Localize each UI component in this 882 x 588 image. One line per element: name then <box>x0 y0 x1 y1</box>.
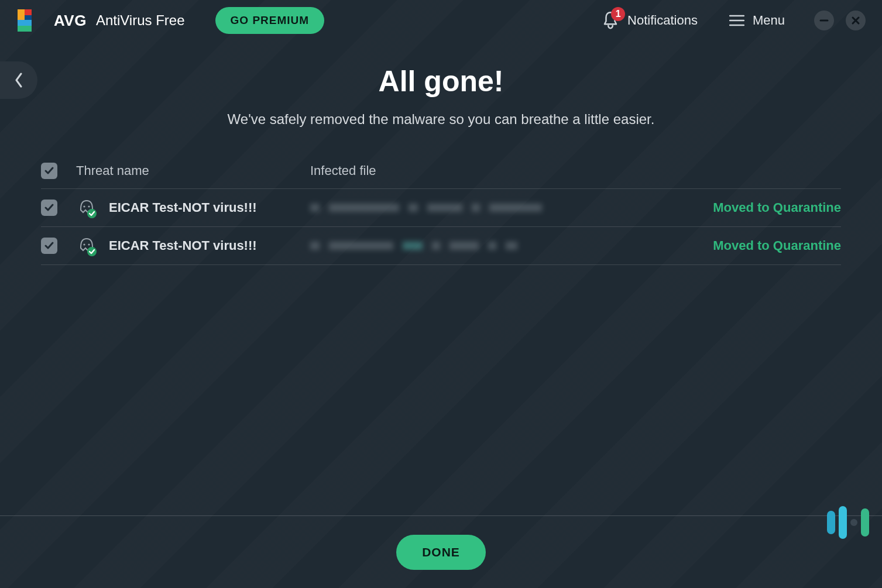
infected-file-redacted <box>310 242 689 250</box>
product-name: AntiVirus Free <box>96 12 185 29</box>
brand-block: AVG AntiVirus Free <box>18 9 185 32</box>
threats-table: Threat name Infected file <box>41 159 841 265</box>
svg-rect-4 <box>18 26 32 32</box>
row-checkbox[interactable] <box>41 238 57 254</box>
svg-rect-0 <box>18 9 25 20</box>
notifications-button[interactable]: 1 Notifications <box>602 11 698 30</box>
minimize-icon <box>819 16 829 25</box>
app-header: AVG AntiVirus Free GO PREMIUM 1 Notifica… <box>0 0 882 41</box>
infected-file-redacted <box>310 204 689 212</box>
svg-rect-3 <box>18 20 32 26</box>
threat-name: EICAR Test-NOT virus!!! <box>109 238 257 253</box>
chevron-left-icon <box>14 73 23 88</box>
threat-resolved-icon <box>76 235 97 256</box>
svg-rect-5 <box>32 9 46 32</box>
page-subtitle: We've safely removed the malware so you … <box>0 111 882 128</box>
page-title: All gone! <box>0 64 882 98</box>
threat-status: Moved to Quarantine <box>689 200 841 215</box>
svg-rect-1 <box>25 9 32 15</box>
svg-rect-2 <box>25 15 32 20</box>
threat-resolved-icon <box>76 197 97 218</box>
row-checkbox[interactable] <box>41 200 57 216</box>
threat-name: EICAR Test-NOT virus!!! <box>109 200 257 215</box>
checkmark-icon <box>44 202 54 213</box>
col-infected-file: Infected file <box>310 163 689 178</box>
select-all-checkbox[interactable] <box>41 163 57 179</box>
watermark-icon <box>827 506 869 539</box>
back-button[interactable] <box>0 61 37 99</box>
hamburger-icon <box>729 15 744 26</box>
checkmark-icon <box>44 240 54 251</box>
avg-logo-icon <box>18 9 46 32</box>
svg-point-15 <box>83 243 85 245</box>
notifications-label: Notifications <box>627 13 698 28</box>
footer-bar: DONE <box>0 515 882 588</box>
menu-label: Menu <box>753 13 785 28</box>
col-threat-name: Threat name <box>76 163 310 178</box>
done-button[interactable]: DONE <box>396 535 486 570</box>
menu-button[interactable]: Menu <box>729 13 785 28</box>
svg-point-12 <box>83 205 85 207</box>
checkmark-icon <box>44 166 54 176</box>
close-icon <box>851 16 860 25</box>
brand-text: AVG <box>54 12 87 30</box>
threat-status: Moved to Quarantine <box>689 238 841 253</box>
table-row: EICAR Test-NOT virus!!! Moved to Quarant… <box>41 227 841 265</box>
table-header: Threat name Infected file <box>41 159 841 189</box>
minimize-button[interactable] <box>814 11 834 30</box>
notifications-badge: 1 <box>611 7 625 21</box>
go-premium-button[interactable]: GO PREMIUM <box>215 7 325 34</box>
close-button[interactable] <box>846 11 866 30</box>
main-content: All gone! We've safely removed the malwa… <box>0 41 882 265</box>
table-row: EICAR Test-NOT virus!!! Moved to Quarant… <box>41 189 841 227</box>
svg-point-16 <box>88 243 90 245</box>
svg-point-13 <box>88 205 90 207</box>
